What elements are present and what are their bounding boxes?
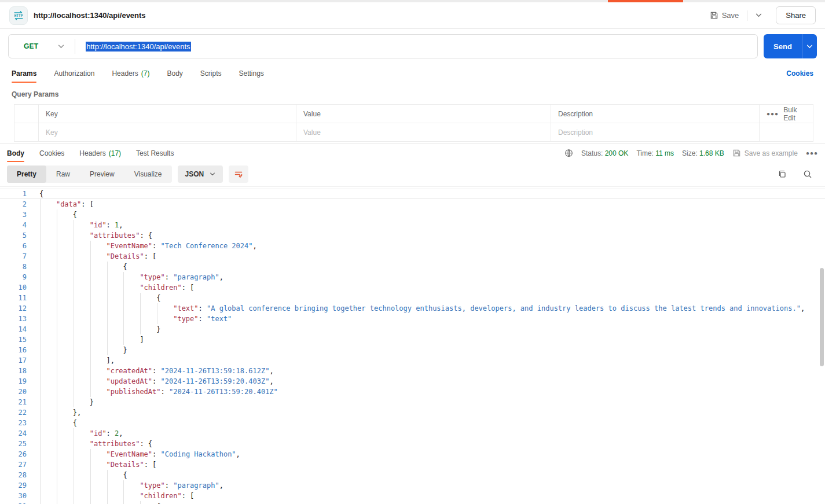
code-line[interactable]: 29 "type": "paragraph", [0,480,825,491]
wrap-lines-button[interactable] [229,165,248,183]
tab-label: Test Results [136,149,174,157]
share-button[interactable]: Share [776,6,816,24]
code-line[interactable]: 26 "EventName": "Coding Hackathon", [0,449,825,459]
response-more-options-icon[interactable]: ●●● [806,150,818,156]
window-top-strip [0,0,825,2]
code-line[interactable]: 19 "updatedAt": "2024-11-26T13:59:20.403… [0,376,825,387]
code-line[interactable]: 14 } [0,324,825,334]
code-line[interactable]: 28 { [0,470,825,480]
viewer-mode-visualize[interactable]: Visualize [124,165,172,183]
line-number: 4 [0,220,27,230]
code-line[interactable]: 11 { [0,293,825,303]
divider [747,10,747,21]
method-label: GET [24,42,38,50]
code-line[interactable]: 18 "createdAt": "2024-11-26T13:59:18.612… [0,366,825,376]
code-line[interactable]: 24 "id": 2, [0,428,825,439]
bulk-edit-button[interactable]: Bulk Edit [783,106,806,122]
format-label: JSON [185,170,204,178]
code-line[interactable]: 5 "attributes": { [0,230,825,241]
request-tab-params[interactable]: Params [12,64,36,83]
key-input[interactable]: Key [38,123,296,142]
method-dropdown[interactable]: GET [9,42,75,50]
code-line[interactable]: 9 "type": "paragraph", [0,272,825,282]
code-line[interactable]: 16 } [0,345,825,355]
line-number: 25 [0,439,27,449]
cookies-link[interactable]: Cookies [786,69,813,78]
row-checkbox-cell[interactable] [14,123,38,142]
code-line[interactable]: 1{ [0,189,825,199]
line-number: 19 [0,376,27,387]
save-button[interactable]: Save [705,8,744,23]
code-line[interactable]: 8 { [0,262,825,272]
save-label: Save [722,11,739,20]
tab-label: Body [7,149,24,157]
code-line[interactable]: 6 "EventName": "Tech Conference 2024", [0,241,825,251]
line-number: 31 [0,501,27,504]
column-options-icon[interactable]: ●●● [767,111,779,117]
url-input[interactable]: http://localhost:1340/api/events [86,42,757,51]
viewer-mode-raw[interactable]: Raw [46,165,80,183]
line-number: 28 [0,470,27,480]
send-options-button[interactable] [802,34,817,58]
save-options-button[interactable] [751,10,767,21]
code-text: "text": "A global conference bringing to… [39,303,825,314]
code-line[interactable]: 31 { [0,501,825,504]
response-tab-test-results[interactable]: Test Results [136,144,174,162]
save-as-example-button[interactable]: Save as example [732,149,798,157]
response-viewer-toolbar: PrettyRawPreviewVisualize JSON [0,162,825,186]
request-header: HTTP http://localhost:1340/api/events Sa… [0,2,825,29]
code-line[interactable]: 4 "id": 1, [0,220,825,230]
request-tab-headers[interactable]: Headers(7) [112,64,149,83]
format-dropdown[interactable]: JSON [178,165,223,183]
status-value: 200 OK [605,149,629,157]
viewer-mode-preview[interactable]: Preview [80,165,124,183]
chevron-down-icon [210,172,215,176]
code-line[interactable]: 27 "Details": [ [0,459,825,470]
code-line[interactable]: 15 ] [0,334,825,345]
code-line[interactable]: 7 "Details": [ [0,251,825,262]
description-input[interactable]: Description [551,123,759,142]
line-number: 1 [0,189,27,199]
code-line[interactable]: 22 }, [0,407,825,418]
code-line[interactable]: 17 ], [0,355,825,366]
line-number: 5 [0,230,27,241]
line-number: 8 [0,262,27,272]
viewer-mode-pretty[interactable]: Pretty [7,165,46,183]
code-line[interactable]: 2 "data": [ [0,199,825,209]
size-value: 1.68 KB [699,149,724,157]
code-line[interactable]: 12 "text": "A global conference bringing… [0,303,825,314]
line-number: 15 [0,334,27,345]
code-line[interactable]: 25 "attributes": { [0,439,825,449]
code-line[interactable]: 13 "type": "text" [0,314,825,324]
code-line[interactable]: 20 "publishedAt": "2024-11-26T13:59:20.4… [0,387,825,397]
request-tab-authorization[interactable]: Authorization [54,64,94,83]
request-tab-scripts[interactable]: Scripts [200,64,222,83]
code-text: "EventName": "Tech Conference 2024", [39,241,825,251]
time-badge: Time: 11 ms [636,149,674,157]
save-as-example-label: Save as example [745,149,798,157]
code-line[interactable]: 10 "children": [ [0,282,825,293]
request-tab-body[interactable]: Body [167,64,182,83]
scrollbar-thumb[interactable] [820,268,824,366]
code-line[interactable]: 21 } [0,397,825,407]
network-globe-icon[interactable] [564,149,573,157]
description-column-header: Description [551,105,759,123]
line-number: 18 [0,366,27,376]
response-tab-cookies[interactable]: Cookies [39,144,64,162]
code-line[interactable]: 30 "children": [ [0,491,825,501]
code-line[interactable]: 3 { [0,209,825,220]
line-number: 29 [0,480,27,491]
copy-response-button[interactable] [778,170,787,179]
response-body-editor[interactable]: 1{2 "data": [3 {4 "id": 1,5 "attributes"… [0,186,825,504]
search-response-button[interactable] [803,170,812,179]
line-number: 9 [0,272,27,282]
response-tab-headers[interactable]: Headers(17) [79,144,121,162]
send-button[interactable]: Send [764,34,802,58]
response-tabs-row: BodyCookiesHeaders(17)Test Results Statu… [0,144,825,162]
request-tab-settings[interactable]: Settings [239,64,264,83]
code-line[interactable]: 23 { [0,418,825,428]
response-tab-body[interactable]: Body [7,144,24,162]
status-label: Status: [581,149,603,157]
code-text: }, [39,407,825,418]
value-input[interactable]: Value [296,123,551,142]
